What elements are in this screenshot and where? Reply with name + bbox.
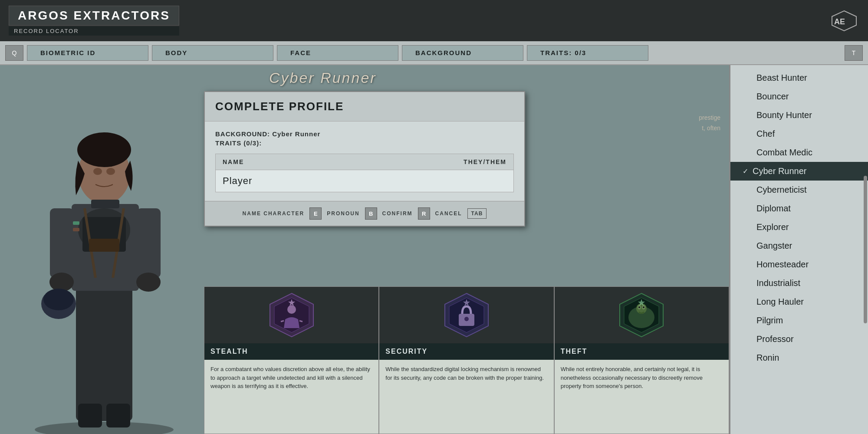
modal-header: COMPLETE PROFILE [205,92,524,122]
sidebar-item-label: Cyberneticist [756,185,807,195]
sidebar-item-label: Ronin [756,353,779,363]
skill-cards: STEALTH For a combatant who values discr… [204,286,729,434]
modal-title: COMPLETE PROFILE [215,100,514,113]
svg-rect-19 [106,404,130,427]
security-header: SECURITY [379,343,553,360]
security-icon-area [379,287,553,343]
svg-point-44 [643,306,644,308]
sidebar-item-gangster[interactable]: Gangster [730,237,868,255]
sidebar-item-chef[interactable]: Chef [730,125,868,143]
svg-line-29 [281,321,284,322]
nav-left-button[interactable]: Q [5,45,23,61]
sidebar-item-label: Explorer [756,222,789,232]
sidebar-item-long-hauler[interactable]: Long Hauler [730,293,868,311]
tab-face[interactable]: FACE [277,45,398,61]
svg-point-11 [106,168,115,175]
sidebar-item-label: Combat Medic [756,148,812,158]
sidebar-item-cyber-runner[interactable]: ✓Cyber Runner [730,162,868,181]
svg-rect-23 [73,221,79,225]
confirm-key[interactable]: R [418,207,430,220]
sidebar-item-combat-medic[interactable]: Combat Medic [730,143,868,162]
svg-line-30 [299,321,302,322]
sidebar-item-label: Homesteader [756,260,809,270]
name-value: Player [216,170,513,192]
stealth-header: STEALTH [204,343,378,360]
scroll-track [864,176,867,323]
svg-rect-18 [78,404,102,427]
sidebar-item-beast-hunter[interactable]: Beast Hunter [730,69,868,87]
tab-background[interactable]: BACKGROUND [402,45,523,61]
skill-card-stealth: STEALTH For a combatant who values discr… [204,286,379,434]
sidebar-item-professor[interactable]: Professor [730,330,868,349]
skill-card-theft: THEFT While not entirely honorable, and … [554,286,729,434]
game-title: ARGOS EXTRACTORS [9,6,179,26]
svg-rect-13 [137,208,161,278]
svg-point-10 [93,168,102,175]
character-area [0,65,204,434]
svg-point-40 [636,303,647,314]
record-locator: RECORD LOCATOR [9,26,179,36]
tab-traits[interactable]: TRAITS: 0/3 [527,45,648,61]
theft-desc: While not entirely honorable, and certai… [555,360,729,396]
svg-rect-24 [73,228,79,231]
sidebar-item-label: Long Hauler [756,297,804,307]
svg-rect-3 [76,282,132,421]
character-figure [9,74,200,434]
sidebar-item-label: Pilgrim [756,316,783,326]
complete-profile-modal: COMPLETE PROFILE BACKGROUND: Cyber Runne… [204,91,525,227]
sidebar-item-label: Bouncer [756,92,789,102]
skill-card-security: SECURITY While the standardized digital … [379,286,554,434]
security-desc: While the standardized digital locking m… [379,360,553,387]
pronoun-key[interactable]: B [365,207,377,220]
background-line: BACKGROUND: Cyber Runner [215,130,514,138]
title-block: ARGOS EXTRACTORS RECORD LOCATOR [9,6,179,36]
theft-badge-icon [615,291,667,339]
sidebar-item-bouncer[interactable]: Bouncer [730,87,868,106]
theft-icon-area [555,287,729,343]
confirm-label: CONFIRM [382,210,413,217]
name-section: NAME THEY/THEM Player [215,154,514,192]
traits-line: TRAITS (0/3): [215,139,514,147]
sidebar-item-label: Beast Hunter [756,73,807,83]
stealth-icon-area [204,287,378,343]
svg-point-28 [287,305,296,314]
svg-point-15 [136,273,161,292]
modal-footer: NAME CHARACTER E PRONOUN B CONFIRM R CAN… [205,201,524,226]
svg-point-14 [49,273,74,292]
sidebar-item-cyberneticist[interactable]: Cyberneticist [730,181,868,199]
name-character-label: NAME CHARACTER [243,210,305,217]
sidebar-item-label: Professor [756,334,794,344]
main-area: Cyber Runner prestige t, often COMPLETE … [0,65,868,434]
sidebar-item-label: Diplomat [756,204,791,214]
bg-description-partial: prestige t, often [638,113,720,134]
name-label: NAME [223,158,244,165]
nav-tabs: Q BIOMETRIC ID BODY FACE BACKGROUND TRAI… [0,41,868,65]
svg-point-35 [464,317,469,321]
sidebar-item-label: Cyber Runner [753,166,807,176]
name-header: NAME THEY/THEM [216,154,513,170]
cancel-key[interactable]: TAB [467,208,487,219]
sidebar-item-industrialist[interactable]: Industrialist [730,274,868,293]
sidebar-item-bounty-hunter[interactable]: Bounty Hunter [730,106,868,125]
background-title: Cyber Runner [269,69,377,86]
sidebar-item-diplomat[interactable]: Diplomat [730,199,868,218]
sidebar-item-ronin[interactable]: Ronin [730,349,868,367]
svg-point-17 [43,289,74,310]
theft-header: THEFT [555,343,729,360]
name-character-key[interactable]: E [309,207,322,220]
tab-biometric-id[interactable]: BIOMETRIC ID [27,45,148,61]
svg-rect-22 [89,239,119,252]
cancel-label: CANCEL [435,210,462,217]
sidebar-item-explorer[interactable]: Explorer [730,218,868,237]
nav-right-button[interactable]: T [845,45,863,61]
svg-point-43 [638,306,640,308]
pronoun-label: THEY/THEM [464,158,506,165]
pronoun-footer-label: PRONOUN [327,210,359,217]
sidebar-item-label: Industrialist [756,278,800,288]
tab-body[interactable]: BODY [152,45,273,61]
svg-point-9 [77,132,131,167]
sidebar-item-label: Gangster [756,241,792,251]
top-bar: ARGOS EXTRACTORS RECORD LOCATOR AE [0,0,868,41]
sidebar-item-homesteader[interactable]: Homesteader [730,255,868,274]
sidebar-item-pilgrim[interactable]: Pilgrim [730,311,868,330]
